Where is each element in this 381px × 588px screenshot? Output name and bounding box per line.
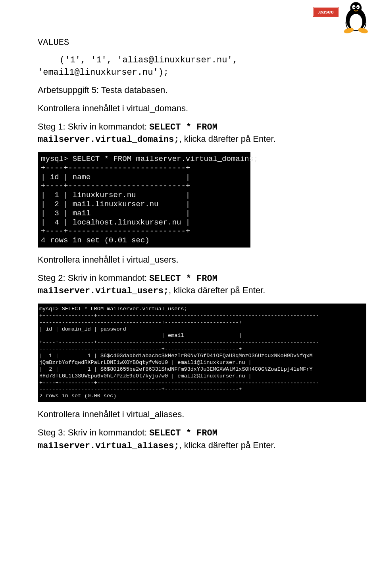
values-line-2: 'email1@linuxkurser.nu'); bbox=[38, 68, 353, 78]
values-heading: VALUES bbox=[38, 38, 353, 48]
task-heading: Arbetsuppgift 5: Testa databasen. bbox=[38, 84, 353, 96]
document-page: .easec VALUES ('1', '1', 'alias@linuxkur… bbox=[0, 0, 381, 474]
values-block: VALUES ('1', '1', 'alias@linuxkurser.nu'… bbox=[38, 38, 353, 78]
terminal-output-2: mysql> SELECT * FROM mailserver.virtual_… bbox=[38, 304, 366, 402]
values-line-1: ('1', '1', 'alias@linuxkurser.nu', bbox=[60, 55, 353, 66]
paragraph-2: Kontrollera innehållet i virtual_users. bbox=[38, 254, 353, 266]
step-1-suffix: , klicka därefter på Enter. bbox=[179, 134, 275, 144]
svg-point-5 bbox=[354, 7, 355, 8]
logo-area: .easec bbox=[337, 0, 373, 34]
step-2-suffix: , klicka därefter på Enter. bbox=[169, 285, 265, 295]
svg-point-6 bbox=[357, 7, 358, 8]
svg-point-1 bbox=[350, 14, 362, 30]
step-3-prefix: Steg 3: Skriv in kommandot: bbox=[38, 427, 149, 437]
svg-point-2 bbox=[350, 2, 362, 14]
step-1-prefix: Steg 1: Skriv in kommandot: bbox=[38, 122, 149, 132]
paragraph-3: Kontrollera innehållet i virtual_aliases… bbox=[38, 408, 353, 420]
terminal-output-1: mysql> SELECT * FROM mailserver.virtual_… bbox=[38, 152, 250, 248]
easec-badge: .easec bbox=[314, 7, 338, 16]
step-3-suffix: , klicka därefter på Enter. bbox=[179, 440, 275, 450]
step-2-prefix: Steg 2: Skriv in kommandot: bbox=[38, 273, 149, 283]
step-1: Steg 1: Skriv in kommandot: SELECT * FRO… bbox=[38, 121, 353, 146]
paragraph-1: Kontrollera innehållet i virtual_domans. bbox=[38, 103, 353, 114]
step-2: Steg 2: Skriv in kommandot: SELECT * FRO… bbox=[38, 272, 353, 297]
step-3: Steg 3: Skriv in kommandot: SELECT * FRO… bbox=[38, 427, 353, 452]
penguin-icon: .easec bbox=[337, 0, 373, 34]
